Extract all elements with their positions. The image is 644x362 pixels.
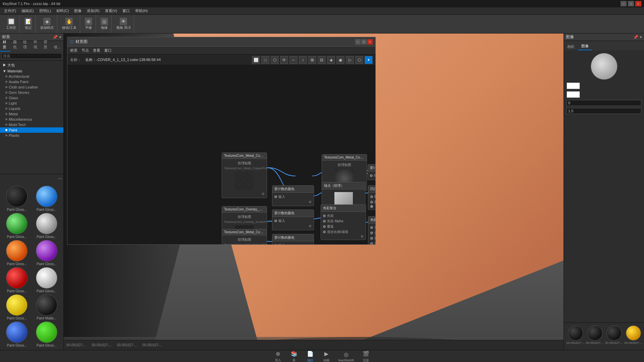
node-color1[interactable]: 委计数的颜色 输入 ⚙ — [272, 185, 314, 206]
tree-item-glass[interactable]: Glass — [0, 95, 63, 101]
menu-add[interactable]: 添加(R) — [84, 8, 102, 14]
menu-material[interactable]: 材料(C) — [54, 8, 71, 14]
port-in-color2[interactable] — [274, 220, 277, 222]
graph-btn-connect[interactable]: ✦ — [365, 56, 373, 64]
port-composite1-4[interactable] — [323, 231, 326, 233]
view-button[interactable]: 👁 视角 35.0 — [115, 17, 132, 31]
swatch-item-0[interactable]: 00-091627-... — [567, 325, 585, 345]
notes-button[interactable]: 📝 笔记 — [23, 17, 33, 31]
mg-menu-view[interactable]: 查看 — [93, 48, 100, 53]
port-bump-2[interactable] — [370, 201, 373, 203]
port-composite1-3[interactable] — [323, 225, 326, 228]
tab-environment[interactable]: 环境 — [31, 38, 41, 52]
mat-item-9[interactable]: Paint Matte... — [33, 294, 61, 320]
move-button[interactable]: ✋ 移动/工具 — [61, 17, 78, 31]
graph-btn-6[interactable]: ↕ — [299, 56, 307, 64]
lp-pin-icon[interactable]: 📌 — [53, 35, 58, 40]
mat-graph-maximize[interactable]: □ — [361, 39, 367, 45]
tree-materials[interactable]: ▼ Materials — [0, 68, 63, 74]
minimize-button[interactable]: − — [621, 1, 627, 6]
tree-item-metal[interactable]: Metal — [0, 111, 63, 117]
tree-item-plastic[interactable]: Plastic — [0, 133, 63, 138]
port-composite2-2[interactable] — [370, 232, 373, 234]
bottom-btn-import[interactable]: ⊕ 导入 — [274, 350, 282, 362]
swatch-item-1[interactable]: 00-091627-... — [586, 325, 604, 345]
bottom-btn-project[interactable]: 📄 项目 — [306, 350, 314, 362]
mg-menu-material[interactable]: 材质 — [70, 48, 77, 53]
graph-btn-4[interactable]: ⟳ — [280, 56, 288, 64]
close-button[interactable]: × — [635, 1, 641, 6]
mg-menu-node[interactable]: 节点 — [82, 48, 89, 53]
menu-image[interactable]: 图像 — [71, 8, 84, 14]
tree-item-gem[interactable]: Gem Stones — [0, 90, 63, 95]
viewport[interactable]: ⬡ 材质图 − □ × 材质 节点 查看 窗口 名称： — [64, 34, 564, 350]
tab-color[interactable]: 颜色 — [10, 38, 21, 52]
node-color-top[interactable]: 委计数的颜色 输入 — [368, 164, 375, 180]
tree-item-mold[interactable]: Mold-Tech — [0, 122, 63, 127]
tab-texture[interactable]: 纹理 — [20, 38, 31, 52]
port-bump-out[interactable] — [370, 205, 373, 208]
rp-pin-icon[interactable]: 📌 — [633, 35, 638, 40]
lp-close-icon[interactable]: × — [59, 35, 61, 40]
rp-swatch-white1[interactable] — [567, 82, 580, 89]
graph-btn-7[interactable]: ⊞ — [308, 56, 316, 64]
bottom-btn-library[interactable]: 📚 库 — [290, 350, 298, 362]
graph-btn-11[interactable]: ▷ — [346, 56, 354, 64]
mat-item-11[interactable]: Paint Gloss... — [33, 321, 61, 347]
port-composite2-4[interactable] — [370, 242, 373, 244]
tree-item-paint[interactable]: Paint — [0, 127, 63, 133]
mat-item-3[interactable]: Paint Gloss... — [33, 213, 61, 239]
port-in-color3[interactable] — [274, 244, 277, 244]
graph-btn-3[interactable]: ⬡ — [271, 56, 279, 64]
bottom-btn-render[interactable]: 🎬 渲染 — [362, 350, 370, 362]
mat-item-0[interactable]: Paint Gloss... — [3, 186, 31, 212]
rp-multiplier-input[interactable] — [567, 108, 641, 114]
mat-item-6[interactable]: Paint Gloss... — [3, 267, 31, 293]
graph-btn-2[interactable]: □ — [261, 56, 269, 64]
settings-icon-composite1[interactable]: ⚙ — [361, 235, 364, 238]
workspace-button[interactable]: ⬜ 工作区 — [5, 17, 17, 31]
tree-root[interactable]: ▶ 大包 — [0, 62, 63, 68]
swatch-item-3[interactable]: 00-091627-... — [625, 325, 643, 345]
tree-item-misc[interactable]: Miscellaneous — [0, 117, 63, 122]
mg-menu-window[interactable]: 窗口 — [104, 48, 112, 53]
node-bump-add[interactable]: 凹凸添加 配合层 1 配合层 2 — [368, 185, 375, 210]
node-color2[interactable]: 委计数的颜色 输入 ⚙ — [272, 209, 314, 230]
settings-icon-color1[interactable]: ⚙ — [309, 200, 312, 204]
pan-button[interactable]: ⊕ 平移 — [84, 17, 94, 31]
menu-edit[interactable]: 编辑(E) — [19, 8, 37, 14]
node-composite1[interactable]: 色彩复合 先前 先前 Alpha — [321, 204, 366, 240]
rp-close-icon[interactable]: × — [640, 35, 642, 40]
rp-tab-camera[interactable]: 相机 — [564, 43, 578, 50]
menu-view[interactable]: 查看(V) — [102, 8, 120, 14]
mat-item-8[interactable]: Paint Gloss... — [3, 294, 31, 320]
search-input[interactable] — [1, 53, 62, 59]
node-textures-metal-top[interactable]: TexturesCom_Metal_Coppe-... 纹理贴图 Texture… — [222, 153, 267, 198]
menu-file[interactable]: 文件(F) — [1, 8, 19, 14]
menu-window[interactable]: 窗口 — [120, 8, 132, 14]
bottom-btn-keyxr[interactable]: ◎ KeyShotXR — [338, 350, 354, 362]
tab-material[interactable]: 材质 — [0, 38, 10, 52]
tree-item-liquids[interactable]: Liquids — [0, 106, 63, 111]
graph-btn-5[interactable]: ↔ — [289, 56, 298, 64]
graph-btn-8[interactable]: ⊟ — [318, 56, 326, 64]
node-color3[interactable]: 委计数的颜色 输入 ⚙ — [272, 234, 314, 244]
mat-graph-minimize[interactable]: − — [355, 39, 361, 45]
tree-item-architectural[interactable]: Architectural — [0, 74, 63, 79]
rp-tab-image[interactable]: 图像 — [578, 43, 592, 50]
port-composite1-2[interactable] — [323, 220, 326, 223]
graph-btn-10[interactable]: ◉ — [336, 56, 344, 64]
port-bump-1[interactable] — [370, 195, 373, 198]
port-in-top[interactable] — [370, 174, 373, 177]
rp-swatch-white2[interactable] — [567, 91, 580, 98]
menu-help[interactable]: 帮助(H) — [132, 8, 150, 14]
menu-lighting[interactable]: 照明(L) — [37, 8, 54, 14]
bottom-btn-animation[interactable]: ▶ 动画 — [322, 350, 330, 362]
settings-icon-color2[interactable]: ⚙ — [309, 224, 312, 228]
graph-canvas[interactable]: TexturesCom_Metal_Coppe-... 纹理贴图 Texture… — [67, 65, 375, 244]
tree-item-light[interactable]: Light — [0, 101, 63, 106]
maximize-button[interactable]: □ — [628, 1, 634, 6]
tree-item-axalta[interactable]: Axalta Paint — [0, 79, 63, 84]
port-composite2-1[interactable] — [370, 226, 373, 229]
graph-btn-12[interactable]: ⬡ — [355, 56, 363, 64]
